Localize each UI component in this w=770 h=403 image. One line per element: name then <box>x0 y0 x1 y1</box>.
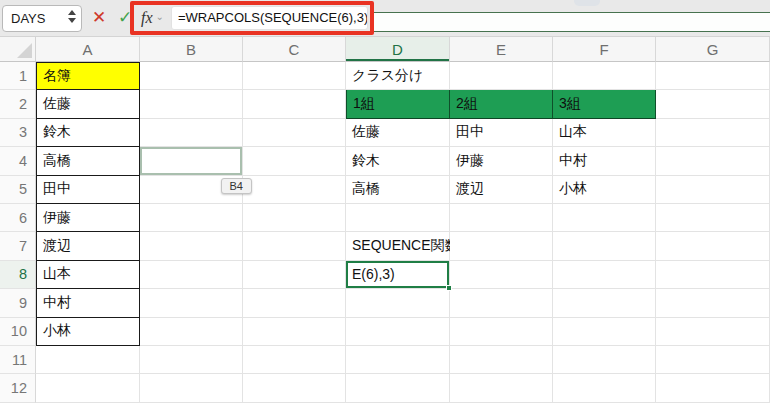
row-header-10[interactable]: 10 <box>0 318 36 346</box>
cell-B3[interactable] <box>140 119 243 147</box>
cell-B1[interactable] <box>140 62 243 90</box>
col-header-E[interactable]: E <box>450 37 553 62</box>
name-box[interactable]: DAYS <box>2 5 82 32</box>
row-header-4[interactable]: 4 <box>0 147 36 175</box>
col-header-D[interactable]: D <box>346 37 450 62</box>
cell-B4[interactable]: B4 <box>140 147 243 175</box>
cell-G3[interactable] <box>656 119 770 147</box>
name-box-stepper-icon[interactable] <box>68 10 76 23</box>
col-header-A[interactable]: A <box>36 37 140 62</box>
cell-F7[interactable] <box>553 232 656 260</box>
cell-B10[interactable] <box>140 318 243 346</box>
cell-B12[interactable] <box>140 374 243 402</box>
cell-D7[interactable]: SEQUENCE関数 <box>346 232 450 260</box>
cell-D5[interactable]: 高橋 <box>346 176 450 204</box>
cell-F3[interactable]: 山本 <box>553 119 656 147</box>
cell-B6[interactable] <box>140 204 243 232</box>
cell-D1[interactable]: クラス分け <box>346 62 450 90</box>
cell-B11[interactable] <box>140 346 243 374</box>
cell-C12[interactable] <box>243 374 346 402</box>
cell-D8[interactable]: E(6),3) <box>346 261 450 289</box>
cell-E11[interactable] <box>450 346 553 374</box>
cell-E8[interactable] <box>450 261 553 289</box>
cell-E9[interactable] <box>450 289 553 317</box>
cell-F5[interactable]: 小林 <box>553 176 656 204</box>
row-header-2[interactable]: 2 <box>0 90 36 118</box>
cancel-button[interactable]: ✕ <box>86 3 112 33</box>
cell-D6[interactable] <box>346 204 450 232</box>
cell-C7[interactable] <box>243 232 346 260</box>
cell-A8[interactable]: 山本 <box>36 261 140 289</box>
cell-A2[interactable]: 佐藤 <box>36 90 140 118</box>
cell-A1[interactable]: 名簿 <box>36 62 140 90</box>
cell-A4[interactable]: 高橋 <box>36 147 140 175</box>
cell-D9[interactable] <box>346 289 450 317</box>
cell-E7[interactable] <box>450 232 553 260</box>
cell-A3[interactable]: 鈴木 <box>36 119 140 147</box>
cell-G7[interactable] <box>656 232 770 260</box>
cell-G4[interactable] <box>656 147 770 175</box>
row-header-3[interactable]: 3 <box>0 119 36 147</box>
cell-A6[interactable]: 伊藤 <box>36 204 140 232</box>
cell-G2[interactable] <box>656 90 770 118</box>
cell-D2[interactable]: 1組 <box>346 90 450 118</box>
cell-C6[interactable] <box>243 204 346 232</box>
row-header-6[interactable]: 6 <box>0 204 36 232</box>
row-header-7[interactable]: 7 <box>0 232 36 260</box>
cell-B9[interactable] <box>140 289 243 317</box>
cell-D11[interactable] <box>346 346 450 374</box>
cell-A12[interactable] <box>36 374 140 402</box>
cell-G6[interactable] <box>656 204 770 232</box>
cell-E1[interactable] <box>450 62 553 90</box>
cell-E10[interactable] <box>450 318 553 346</box>
col-header-B[interactable]: B <box>140 37 243 62</box>
row-header-9[interactable]: 9 <box>0 289 36 317</box>
cell-A11[interactable] <box>36 346 140 374</box>
cell-D12[interactable] <box>346 374 450 402</box>
row-header-11[interactable]: 11 <box>0 346 36 374</box>
cell-F2[interactable]: 3組 <box>553 90 656 118</box>
cell-F10[interactable] <box>553 318 656 346</box>
cell-F6[interactable] <box>553 204 656 232</box>
cell-F8[interactable] <box>553 261 656 289</box>
cell-C9[interactable] <box>243 289 346 317</box>
cell-C1[interactable] <box>243 62 346 90</box>
cell-G11[interactable] <box>656 346 770 374</box>
cell-C2[interactable] <box>243 90 346 118</box>
cell-C10[interactable] <box>243 318 346 346</box>
cell-C4[interactable] <box>243 147 346 175</box>
cell-F9[interactable] <box>553 289 656 317</box>
col-header-F[interactable]: F <box>553 37 656 62</box>
row-header-5[interactable]: 5 <box>0 176 36 204</box>
row-header-1[interactable]: 1 <box>0 62 36 90</box>
cell-E12[interactable] <box>450 374 553 402</box>
cell-A10[interactable]: 小林 <box>36 318 140 346</box>
cell-E2[interactable]: 2組 <box>450 90 553 118</box>
cell-E5[interactable]: 渡辺 <box>450 176 553 204</box>
formula-input[interactable]: =WRAPCOLS(SEQUENCE(6),3) <box>171 6 368 30</box>
col-header-G[interactable]: G <box>656 37 770 62</box>
cell-E4[interactable]: 伊藤 <box>450 147 553 175</box>
cell-F11[interactable] <box>553 346 656 374</box>
cell-G5[interactable] <box>656 176 770 204</box>
cell-D4[interactable]: 鈴木 <box>346 147 450 175</box>
cell-G1[interactable] <box>656 62 770 90</box>
insert-function-icon[interactable]: fx ⌄ <box>141 9 164 27</box>
cell-E6[interactable] <box>450 204 553 232</box>
col-header-C[interactable]: C <box>243 37 346 62</box>
cell-G10[interactable] <box>656 318 770 346</box>
cell-F4[interactable]: 中村 <box>553 147 656 175</box>
cell-C8[interactable] <box>243 261 346 289</box>
cell-D3[interactable]: 佐藤 <box>346 119 450 147</box>
cell-C11[interactable] <box>243 346 346 374</box>
cell-G8[interactable] <box>656 261 770 289</box>
cell-B2[interactable] <box>140 90 243 118</box>
cell-G12[interactable] <box>656 374 770 402</box>
cell-A7[interactable]: 渡辺 <box>36 232 140 260</box>
cell-B7[interactable] <box>140 232 243 260</box>
cell-B8[interactable] <box>140 261 243 289</box>
cell-A9[interactable]: 中村 <box>36 289 140 317</box>
cell-A5[interactable]: 田中 <box>36 176 140 204</box>
cell-F1[interactable] <box>553 62 656 90</box>
cell-G9[interactable] <box>656 289 770 317</box>
